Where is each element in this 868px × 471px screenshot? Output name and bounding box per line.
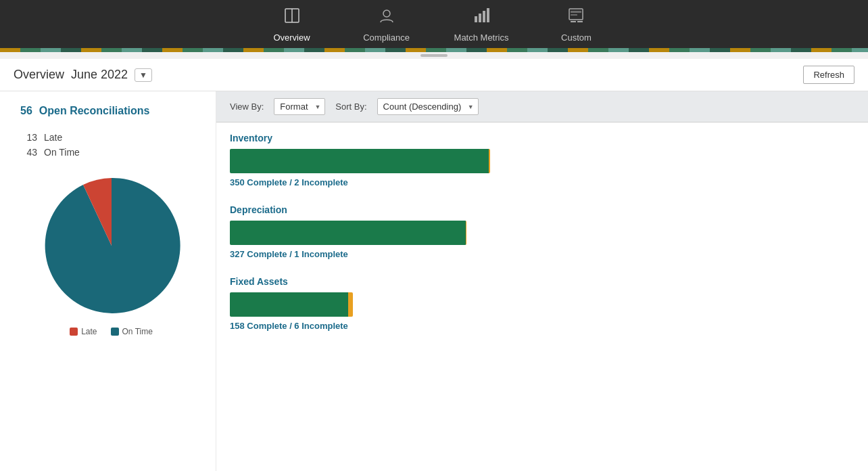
inventory-title: Inventory — [230, 133, 854, 143]
pie-chart — [37, 171, 186, 320]
nav-item-custom[interactable]: Custom — [549, 7, 603, 43]
depreciation-bar — [230, 221, 466, 245]
view-controls-bar: View By: Format Status Owner Sort By: Co… — [216, 91, 868, 122]
svg-rect-9 — [571, 14, 577, 16]
legend-late-label: Late — [81, 327, 97, 336]
view-by-label: View By: — [230, 102, 264, 112]
page-title-area: Overview June 2022 ▼ — [14, 68, 152, 82]
nav-item-match-metrics[interactable]: Match Metrics — [454, 7, 509, 43]
fixed-assets-stat: 158 Complete / 6 Incomplete — [230, 321, 854, 331]
svg-rect-3 — [475, 16, 477, 22]
legend-ontime-color — [111, 328, 119, 336]
legend-late: Late — [70, 327, 97, 336]
chart-section-depreciation: Depreciation327 Complete / 1 Incomplete — [230, 204, 854, 259]
overview-icon — [283, 7, 301, 28]
refresh-button[interactable]: Refresh — [803, 66, 854, 84]
compliance-icon — [378, 7, 395, 28]
svg-rect-10 — [571, 21, 576, 22]
depreciation-stat: 327 Complete / 1 Incomplete — [230, 249, 854, 259]
page-header: Overview June 2022 ▼ Refresh — [0, 59, 868, 91]
nav-label-match-metrics: Match Metrics — [454, 32, 509, 43]
pie-legend: Late On Time — [70, 327, 153, 336]
ontime-count: 43 — [20, 147, 37, 158]
nav-item-compliance[interactable]: Compliance — [360, 7, 414, 43]
left-panel: 56 Open Reconciliations 13 Late 43 On Ti… — [0, 91, 216, 471]
pie-chart-container: Late On Time — [20, 171, 202, 336]
ontime-label: On Time — [44, 147, 80, 158]
nav-label-compliance: Compliance — [363, 32, 410, 43]
date-dropdown-button[interactable]: ▼ — [135, 68, 152, 82]
late-label: Late — [44, 132, 62, 143]
sort-by-select[interactable]: Count (Descending) Count (Ascending) Nam… — [377, 98, 479, 115]
fixed-assets-bar-complete — [230, 292, 348, 317]
right-panel: View By: Format Status Owner Sort By: Co… — [216, 91, 868, 471]
chart-content: Inventory350 Complete / 2 IncompleteDepr… — [216, 122, 868, 358]
match-metrics-icon — [473, 7, 490, 28]
legend-late-color — [70, 328, 78, 336]
fixed-assets-bar-incomplete — [348, 292, 353, 317]
fixed-assets-bar — [230, 292, 353, 317]
nav-label-custom: Custom — [561, 32, 592, 43]
inventory-bar-incomplete — [489, 149, 490, 173]
page-title: Overview — [14, 68, 64, 82]
custom-icon — [567, 7, 585, 28]
sort-by-select-wrapper: Count (Descending) Count (Ascending) Nam… — [377, 98, 479, 115]
open-count: 56 — [20, 105, 32, 117]
svg-rect-5 — [483, 11, 485, 22]
svg-point-2 — [383, 10, 390, 17]
svg-rect-8 — [571, 11, 581, 13]
open-reconciliations-label: Open Reconciliations — [39, 105, 150, 117]
sort-by-label: Sort By: — [335, 102, 366, 112]
late-stat-row: 13 Late — [20, 132, 202, 143]
legend-ontime-label: On Time — [122, 327, 153, 336]
svg-rect-4 — [479, 14, 481, 22]
chart-section-inventory: Inventory350 Complete / 2 Incomplete — [230, 133, 854, 187]
svg-rect-11 — [577, 21, 583, 22]
svg-rect-6 — [487, 8, 489, 22]
view-by-select-wrapper: Format Status Owner — [274, 98, 325, 115]
depreciation-title: Depreciation — [230, 204, 854, 215]
legend-ontime: On Time — [111, 327, 153, 336]
inventory-bar — [230, 149, 490, 173]
inventory-stat: 350 Complete / 2 Incomplete — [230, 177, 854, 187]
top-navigation: Overview Compliance Match Metrics — [0, 0, 868, 48]
fixed-assets-title: Fixed Assets — [230, 276, 854, 287]
view-by-select[interactable]: Format Status Owner — [274, 98, 325, 115]
page-date: June 2022 — [71, 68, 128, 82]
main-content: 56 Open Reconciliations 13 Late 43 On Ti… — [0, 91, 868, 471]
ontime-stat-row: 43 On Time — [20, 147, 202, 158]
nav-label-overview: Overview — [273, 32, 310, 43]
chart-section-fixed-assets: Fixed Assets158 Complete / 6 Incomplete — [230, 276, 854, 331]
inventory-bar-complete — [230, 149, 489, 173]
nav-indicator — [0, 52, 868, 59]
nav-item-overview[interactable]: Overview — [265, 7, 319, 43]
nav-indicator-bar — [420, 54, 448, 57]
depreciation-bar-incomplete — [466, 221, 466, 245]
late-count: 13 — [20, 132, 37, 143]
depreciation-bar-complete — [230, 221, 466, 245]
